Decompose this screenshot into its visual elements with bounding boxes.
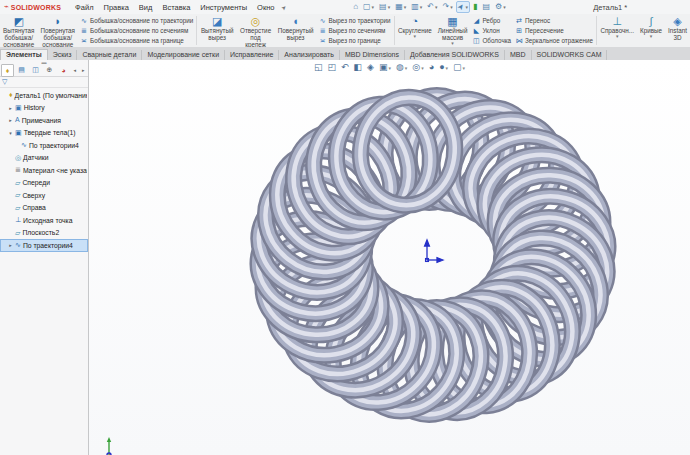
tree-item-plane2[interactable]: ▱Плоскость2 [0, 227, 88, 240]
menu-вид[interactable]: Вид [135, 2, 157, 13]
tree-item-sweep-feature-expander[interactable]: ▸ [8, 242, 13, 248]
tab-анализировать[interactable]: Анализировать [279, 50, 340, 60]
displaymanager-tab[interactable]: ◕ [57, 64, 70, 77]
save-button[interactable]: ▦▾ [393, 1, 408, 13]
curves-button-caret-icon[interactable]: ▾ [650, 34, 653, 38]
redo-button-caret-icon[interactable]: ▾ [450, 4, 453, 10]
swept-boss-button[interactable]: ∿Бобышка/основание по траектории [80, 16, 193, 25]
menu-файл[interactable]: Файл [71, 2, 97, 13]
options-button[interactable]: ⚙▾ [493, 1, 508, 13]
revolved-boss-button[interactable]: ◗Повернутая бобышка/основание [37, 14, 78, 47]
file-properties-button[interactable]: ▤ [480, 1, 492, 13]
view-orientation-button-caret-icon[interactable]: ▾ [388, 65, 391, 71]
curves-button[interactable]: ∫Кривые▾ [637, 14, 665, 47]
hole-wizard-button[interactable]: ◎Отверстие под крепеж [236, 14, 274, 47]
new-document-button-caret-icon[interactable]: ▾ [372, 4, 375, 10]
tree-item-top-plane[interactable]: ▱Сверху [0, 189, 88, 202]
home-button[interactable]: ⌂ [351, 1, 360, 13]
zoom-area-button[interactable]: ◰ [326, 62, 337, 73]
toroidal-spring-model[interactable] [89, 60, 690, 455]
draft-button[interactable]: ◣Уклон [472, 26, 511, 35]
hide-show-items-button-caret-icon[interactable]: ▾ [421, 65, 424, 71]
tree-item-history-expander[interactable]: ▸ [8, 105, 13, 111]
redo-button[interactable]: ↷▾ [441, 1, 455, 13]
move-face-button[interactable]: ⇄Перенос [515, 16, 593, 25]
tab-исправление[interactable]: Исправление [225, 50, 279, 60]
linear-pattern-button[interactable]: ▦Линейный массив▾ [435, 14, 471, 47]
tree-filter-row[interactable]: ▽ [0, 77, 88, 88]
tree-item-solid-bodies-expander[interactable]: ▾ [8, 130, 13, 136]
tab-сварные-детали[interactable]: Сварные детали [77, 50, 142, 60]
tab-элементы[interactable]: Элементы [0, 49, 48, 60]
tree-item-solid-bodies[interactable]: ▾▣Твердые тела(1) [0, 127, 88, 140]
propertymanager-tab[interactable]: ▤ [15, 64, 28, 77]
save-button-caret-icon[interactable]: ▾ [404, 4, 407, 10]
pin-menu-icon[interactable]: ➤ [279, 3, 288, 12]
reference-geometry-button-caret-icon[interactable]: ▾ [616, 34, 619, 38]
view-settings-button-caret-icon[interactable]: ▾ [463, 65, 466, 71]
tab-mbd-dimensions[interactable]: MBD Dimensions [340, 50, 405, 60]
print-button-caret-icon[interactable]: ▾ [420, 4, 423, 10]
menu-правка[interactable]: Правка [100, 2, 133, 13]
display-style-button[interactable]: ◍▾ [395, 62, 408, 73]
revolved-cut-button[interactable]: ◖Повернутый вырез [275, 14, 317, 47]
boundary-boss-button[interactable]: ≍Бобышка/основание на границе [80, 36, 193, 45]
tree-item-sensors[interactable]: ◎Датчики [0, 152, 88, 165]
tree-item-annotations[interactable]: ▸AПримечания [0, 114, 88, 127]
section-view-button[interactable]: ◧ [352, 62, 363, 73]
hide-show-items-button[interactable]: ◎▾ [411, 62, 424, 73]
display-style-button-caret-icon[interactable]: ▾ [405, 65, 408, 71]
edit-appearance-button[interactable]: ◕ [428, 62, 435, 73]
dimxpertmanager-tab[interactable]: ⊕ [43, 64, 56, 77]
tab-моделирование-сетки[interactable]: Моделирование сетки [142, 50, 225, 60]
menu-окно[interactable]: Окно [253, 2, 278, 13]
undo-button-caret-icon[interactable]: ▾ [435, 4, 438, 10]
mirror-button[interactable]: ⋈Зеркальное отражение [515, 36, 593, 45]
tree-item-sweep-body[interactable]: ∿По траектории4 [0, 139, 88, 152]
extruded-boss-button[interactable]: ◩Вытянутая бобышка/основание [0, 14, 37, 47]
extruded-cut-button[interactable]: ◪Вытянутый вырез [198, 14, 237, 47]
options-button-caret-icon[interactable]: ▾ [503, 4, 506, 10]
shell-button[interactable]: ◫Оболочка [472, 36, 511, 45]
swept-cut-button[interactable]: ∿Вырез по траектории [319, 16, 391, 25]
tree-item-right-plane[interactable]: ▱Справа [0, 202, 88, 215]
tab-добавления-solidworks[interactable]: Добавления SOLIDWORKS [405, 50, 505, 60]
configurationmanager-tab[interactable]: ◫ [29, 64, 42, 77]
apply-scene-button[interactable]: ●▾ [438, 62, 449, 73]
rib-button[interactable]: ◢Ребро [472, 16, 511, 25]
previous-view-button[interactable]: ↶ [340, 62, 350, 73]
tab-mbd[interactable]: MBD [505, 50, 532, 60]
menu-инструменты[interactable]: Инструменты [196, 2, 251, 13]
annotation-view-button[interactable]: ◈ [366, 62, 375, 73]
fillet-button-caret-icon[interactable]: ▾ [414, 34, 417, 38]
tree-item-origin[interactable]: ⊥Исходная точка [0, 214, 88, 227]
reference-geometry-button[interactable]: ⊥Справочн...▾ [597, 14, 637, 47]
new-document-button[interactable]: ▢▾ [361, 1, 376, 13]
tab-solidworks-cam[interactable]: SOLIDWORKS CAM [532, 50, 608, 60]
view-orientation-button[interactable]: ▣▾ [378, 62, 392, 73]
apply-scene-button-caret-icon[interactable]: ▾ [446, 65, 449, 71]
intersect-button[interactable]: ⊞Пересечение [515, 26, 593, 35]
menu-вставка[interactable]: Вставка [158, 2, 194, 13]
undo-button[interactable]: ↶▾ [425, 1, 439, 13]
select-button[interactable]: ➤▾ [456, 1, 470, 13]
open-button[interactable]: ▤▾ [377, 1, 392, 13]
lofted-cut-button[interactable]: ≣Вырез по сечениям [319, 26, 391, 35]
tree-item-sweep-feature[interactable]: ▸∿По траектории4 [0, 239, 88, 252]
zoom-fit-button[interactable]: ◱ [313, 62, 324, 73]
fillet-button[interactable]: ◔Скругление▾ [395, 14, 435, 47]
tree-item-front-plane[interactable]: ▱Спереди [0, 177, 88, 190]
view-settings-button[interactable]: ▢▾ [452, 62, 466, 73]
boundary-cut-button[interactable]: ≍Вырез по границе [319, 36, 391, 45]
linear-pattern-button-caret-icon[interactable]: ▾ [451, 41, 454, 45]
featuremanager-tab[interactable]: ♦ [1, 64, 14, 77]
tab-эскиз[interactable]: Эскиз [48, 50, 78, 60]
print-button[interactable]: ▥▾ [409, 1, 424, 13]
tree-item-annotations-expander[interactable]: ▸ [8, 117, 13, 123]
rebuild-button[interactable]: ▮ [471, 1, 479, 13]
tree-item-history[interactable]: ▸▣History [0, 102, 88, 115]
tree-item-part-root[interactable]: ♦Деталь1 (По умолчанию) << [0, 89, 88, 102]
open-button-caret-icon[interactable]: ▾ [388, 4, 391, 10]
graphics-viewport[interactable]: ◱◰↶◧◈▣▾◍▾◎▾◕●▾▢▾ [89, 60, 690, 455]
instant3d-button[interactable]: ◈Instant 3D [665, 14, 690, 47]
